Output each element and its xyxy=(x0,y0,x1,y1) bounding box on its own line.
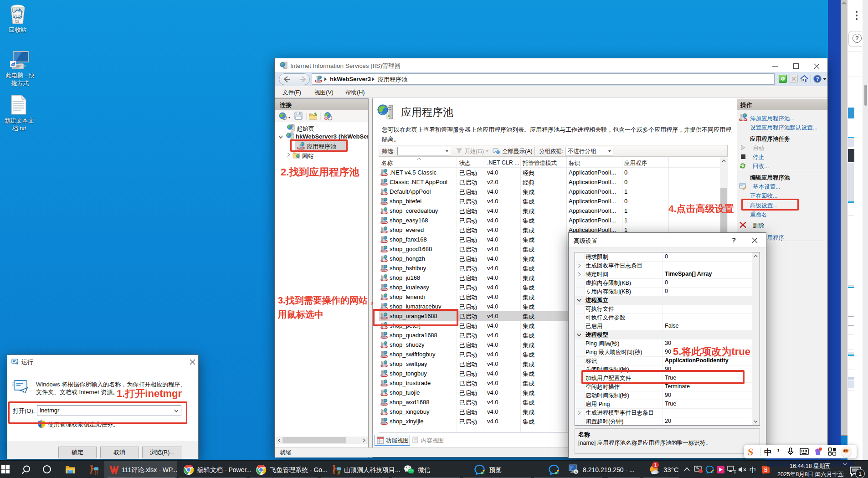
svg-text:P: P xyxy=(338,470,340,474)
svg-text:?: ? xyxy=(816,76,819,82)
svg-text:S: S xyxy=(575,470,577,473)
